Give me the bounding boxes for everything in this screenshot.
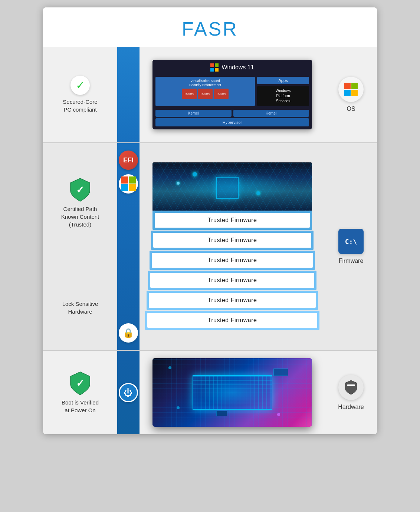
lock-group: Lock SensitiveHardware bbox=[62, 297, 98, 316]
power-icon-circle: ⏻ bbox=[119, 383, 138, 402]
chip-rect bbox=[216, 177, 239, 199]
firmware-layer-4: Trusted Firmware bbox=[148, 271, 316, 290]
fw-label-4: Trusted Firmware bbox=[208, 277, 257, 284]
fw-layer-content-3: Trusted Firmware bbox=[152, 253, 313, 268]
hypervisor-box: Hypervisor bbox=[155, 118, 309, 126]
fw-label-1: Trusted Firmware bbox=[208, 217, 257, 224]
title-section: FASR bbox=[43, 7, 377, 47]
os-right-label: OS bbox=[347, 106, 355, 112]
cmd-icon: C:\ bbox=[345, 238, 357, 245]
microsoft-logo bbox=[121, 176, 136, 191]
trusted-icon-1: Trusted bbox=[182, 89, 197, 99]
lock-icon: 🔒 bbox=[123, 328, 134, 338]
firmware-icon-box: C:\ bbox=[338, 229, 364, 254]
os-left-panel: ✓ Secured-CorePC compliant bbox=[43, 47, 117, 142]
firmware-left-panel: ✓ Certified PathKnown Content(Trusted) L… bbox=[43, 143, 117, 350]
firmware-center: Trusted Firmware Trusted Firmware Truste… bbox=[140, 143, 325, 350]
hardware-shield-icon: ✓ bbox=[69, 371, 91, 396]
lock-label: Lock SensitiveHardware bbox=[62, 300, 98, 316]
svg-text:✓: ✓ bbox=[76, 378, 84, 389]
efi-icon: EFI bbox=[119, 151, 138, 170]
glow-dot-2 bbox=[256, 191, 260, 195]
kernel-right: Kernel bbox=[233, 110, 309, 117]
vbs-icons: Trusted Trusted Trusted bbox=[158, 89, 253, 99]
vbs-label: Virtualization BasedSecurity Enforcement bbox=[158, 79, 253, 87]
fw-label-5: Trusted Firmware bbox=[208, 297, 257, 304]
page-container: FASR ✓ Secured-CorePC compliant bbox=[43, 7, 377, 434]
fw-layer-content-4: Trusted Firmware bbox=[150, 273, 314, 288]
apps-box: Apps bbox=[257, 77, 309, 84]
blue-bar-firmware: EFI 🔒 bbox=[117, 143, 140, 350]
windows-title: Windows 11 bbox=[222, 64, 254, 71]
firmware-layer-6: Trusted Firmware bbox=[145, 311, 319, 330]
fw-label-6: Trusted Firmware bbox=[208, 317, 257, 324]
hardware-icon-circle bbox=[338, 375, 364, 400]
os-center: Windows 11 Virtualization BasedSecurity … bbox=[140, 47, 325, 142]
windows-logo-small bbox=[210, 63, 219, 72]
glow-dot-3 bbox=[177, 182, 180, 185]
hardware-section: ✓ Boot is Verifiedat Power On ⏻ bbox=[43, 351, 377, 434]
firmware-layer-1: Trusted Firmware bbox=[152, 211, 312, 230]
fw-layer-content-2: Trusted Firmware bbox=[153, 233, 311, 248]
vbs-section: Virtualization BasedSecurity Enforcement… bbox=[155, 77, 255, 106]
firmware-right-panel: C:\ Firmware bbox=[325, 143, 377, 350]
os-right-panel: OS bbox=[325, 47, 377, 142]
firmware-right-label: Firmware bbox=[339, 258, 364, 264]
lock-icon-circle: 🔒 bbox=[119, 323, 138, 343]
component-1 bbox=[273, 369, 288, 376]
win-right-section: Apps WindowsPlatformServices bbox=[257, 77, 309, 106]
checkmark-icon: ✓ bbox=[76, 80, 85, 91]
firmware-layer-5: Trusted Firmware bbox=[147, 291, 318, 310]
svg-rect-2 bbox=[347, 384, 355, 386]
kernel-left: Kernel bbox=[155, 110, 232, 117]
win-main-content: Virtualization BasedSecurity Enforcement… bbox=[152, 75, 312, 110]
hardware-right-panel: Hardware bbox=[325, 351, 377, 434]
microsoft-os-logo bbox=[344, 83, 358, 96]
fw-layer-content-1: Trusted Firmware bbox=[155, 213, 310, 228]
firmware-section: ✓ Certified PathKnown Content(Trusted) L… bbox=[43, 143, 377, 351]
hardware-chip-image bbox=[152, 358, 312, 427]
firmware-visual: Trusted Firmware Trusted Firmware Truste… bbox=[147, 162, 318, 331]
os-icon-circle bbox=[338, 77, 364, 102]
hardware-shield-svg: ✓ bbox=[69, 371, 91, 396]
win-title-bar: Windows 11 bbox=[152, 60, 312, 75]
chip-grid bbox=[193, 376, 272, 409]
hardware-center bbox=[140, 351, 325, 434]
shield-svg: ✓ bbox=[69, 178, 91, 202]
wps-box: WindowsPlatformServices bbox=[257, 86, 309, 106]
fw-label-3: Trusted Firmware bbox=[208, 257, 257, 264]
power-icon: ⏻ bbox=[124, 387, 133, 398]
component-2 bbox=[216, 411, 227, 416]
fw-layer-content-5: Trusted Firmware bbox=[149, 293, 316, 308]
blue-bar-hardware: ⏻ bbox=[117, 351, 140, 434]
ms-logo-circle bbox=[119, 174, 138, 194]
fw-label-2: Trusted Firmware bbox=[208, 237, 257, 244]
svg-text:✓: ✓ bbox=[76, 184, 84, 195]
main-layout: ✓ Secured-CorePC compliant bbox=[43, 47, 377, 434]
hardware-shield-badge bbox=[343, 379, 359, 396]
certified-label: Certified PathKnown Content(Trusted) bbox=[61, 205, 99, 228]
os-left-label: Secured-CorePC compliant bbox=[63, 98, 97, 113]
firmware-stack: Trusted Firmware Trusted Firmware Truste… bbox=[152, 211, 312, 331]
page-title: FASR bbox=[43, 18, 377, 40]
hardware-right-label: Hardware bbox=[338, 404, 364, 410]
circuit-top-image bbox=[152, 162, 312, 211]
firmware-layer-2: Trusted Firmware bbox=[151, 231, 314, 250]
blue-bar-os bbox=[117, 47, 140, 142]
os-section: ✓ Secured-CorePC compliant bbox=[43, 47, 377, 143]
fw-layer-content-6: Trusted Firmware bbox=[147, 313, 317, 328]
trusted-icon-2: Trusted bbox=[198, 89, 213, 99]
cap-dot-3 bbox=[277, 413, 280, 416]
checkmark-circle: ✓ bbox=[70, 76, 90, 95]
trusted-icon-3: Trusted bbox=[214, 89, 229, 99]
hardware-left-panel: ✓ Boot is Verifiedat Power On bbox=[43, 351, 117, 434]
kernels-row: Kernel Kernel bbox=[152, 110, 312, 117]
shield-icon: ✓ bbox=[69, 178, 91, 202]
glow-dot-1 bbox=[193, 172, 197, 176]
cap-dot-2 bbox=[177, 406, 180, 409]
firmware-layer-3: Trusted Firmware bbox=[150, 251, 315, 270]
certified-group: ✓ Certified PathKnown Content(Trusted) bbox=[61, 178, 99, 228]
windows11-box: Windows 11 Virtualization BasedSecurity … bbox=[152, 60, 312, 129]
hardware-left-label: Boot is Verifiedat Power On bbox=[62, 399, 99, 414]
hw-chip-body bbox=[193, 375, 272, 410]
